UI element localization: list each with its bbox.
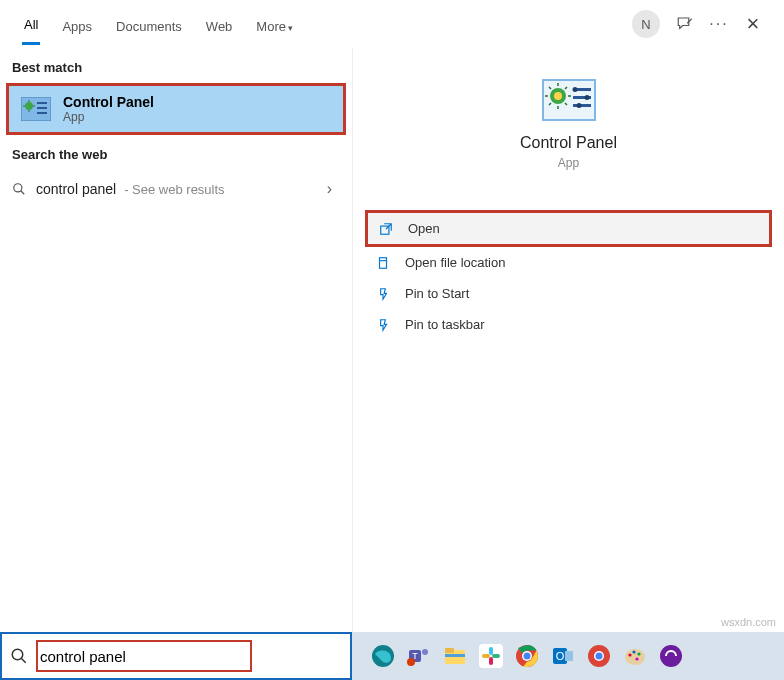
preview-sub: App <box>558 156 579 170</box>
svg-rect-6 <box>543 80 595 120</box>
svg-point-41 <box>628 653 631 656</box>
svg-point-39 <box>596 653 603 660</box>
search-web-label: Search the web <box>0 135 352 170</box>
svg-rect-28 <box>482 654 490 658</box>
svg-point-43 <box>637 652 640 655</box>
preview-panel: Control Panel App Open Open file locatio… <box>352 48 784 632</box>
search-box-icon <box>10 647 28 665</box>
taskbar-paint-icon[interactable] <box>622 643 648 669</box>
pin-taskbar-icon <box>375 318 391 332</box>
search-icon <box>12 182 28 196</box>
best-match-title: Control Panel <box>63 94 154 110</box>
main-area: Best match Control Panel App Search the … <box>0 48 784 632</box>
action-list: Open Open file location Pin to Start Pin… <box>365 210 772 340</box>
svg-point-33 <box>524 653 531 660</box>
taskbar-outlook-icon[interactable]: O <box>550 643 576 669</box>
taskbar-slack-icon[interactable] <box>478 643 504 669</box>
svg-rect-22 <box>407 658 415 666</box>
control-panel-icon-large <box>541 78 597 122</box>
svg-point-1 <box>25 102 33 110</box>
best-match-sub: App <box>63 110 154 124</box>
taskbar-app-icon[interactable] <box>658 643 684 669</box>
web-result-query: control panel <box>36 181 116 197</box>
pin-start-icon <box>375 287 391 301</box>
preview-header: Control Panel App <box>353 68 784 190</box>
tab-more[interactable]: More <box>254 5 295 44</box>
web-result-hint: - See web results <box>124 182 224 197</box>
tab-web[interactable]: Web <box>204 5 235 44</box>
action-open[interactable]: Open <box>365 210 772 247</box>
tab-apps[interactable]: Apps <box>60 5 94 44</box>
svg-point-12 <box>572 87 577 92</box>
search-box[interactable] <box>0 632 352 680</box>
best-match-text: Control Panel App <box>63 94 154 124</box>
more-options-icon[interactable]: ··· <box>710 15 728 33</box>
action-file-location-label: Open file location <box>405 255 505 270</box>
svg-point-8 <box>554 92 562 100</box>
bottom-bar: T O <box>0 632 784 680</box>
svg-text:O: O <box>556 650 565 662</box>
top-bar: All Apps Documents Web More N ··· × <box>0 0 784 48</box>
taskbar-edge-icon[interactable] <box>370 643 396 669</box>
svg-point-44 <box>635 657 638 660</box>
action-pin-taskbar[interactable]: Pin to taskbar <box>365 309 772 340</box>
preview-title: Control Panel <box>520 134 617 152</box>
watermark: wsxdn.com <box>721 616 776 628</box>
svg-rect-36 <box>565 651 573 661</box>
svg-point-42 <box>632 650 635 653</box>
taskbar-teams-icon[interactable]: T <box>406 643 432 669</box>
svg-rect-25 <box>445 654 465 657</box>
svg-point-14 <box>576 103 581 108</box>
action-pin-start[interactable]: Pin to Start <box>365 278 772 309</box>
tab-all[interactable]: All <box>22 3 40 45</box>
taskbar-explorer-icon[interactable] <box>442 643 468 669</box>
chevron-right-icon: › <box>327 180 340 198</box>
control-panel-icon <box>21 97 51 121</box>
svg-point-13 <box>584 95 589 100</box>
action-open-label: Open <box>408 221 440 236</box>
tab-documents[interactable]: Documents <box>114 5 184 44</box>
svg-rect-16 <box>380 257 387 268</box>
action-pin-start-label: Pin to Start <box>405 286 469 301</box>
web-result-item[interactable]: control panel - See web results › <box>0 170 352 208</box>
svg-rect-27 <box>489 647 493 655</box>
top-actions: N ··· × <box>632 10 772 38</box>
svg-rect-4 <box>37 112 47 114</box>
file-location-icon <box>375 256 391 270</box>
svg-rect-29 <box>489 657 493 665</box>
svg-rect-24 <box>445 648 454 653</box>
best-match-label: Best match <box>0 48 352 83</box>
close-button[interactable]: × <box>744 15 762 33</box>
search-input[interactable] <box>36 644 350 669</box>
svg-rect-30 <box>492 654 500 658</box>
taskbar-chrome2-icon[interactable] <box>586 643 612 669</box>
open-icon <box>378 222 394 236</box>
best-match-control-panel[interactable]: Control Panel App <box>6 83 346 135</box>
taskbar: T O <box>352 632 784 680</box>
svg-point-45 <box>660 645 682 667</box>
svg-point-17 <box>12 649 23 660</box>
svg-rect-2 <box>37 102 47 104</box>
svg-point-21 <box>422 649 428 655</box>
feedback-icon[interactable] <box>676 15 694 33</box>
action-file-location[interactable]: Open file location <box>365 247 772 278</box>
search-tabs: All Apps Documents Web More <box>12 3 632 45</box>
svg-rect-3 <box>37 107 47 109</box>
results-panel: Best match Control Panel App Search the … <box>0 48 352 632</box>
action-pin-taskbar-label: Pin to taskbar <box>405 317 485 332</box>
taskbar-chrome-icon[interactable] <box>514 643 540 669</box>
svg-point-5 <box>14 184 22 192</box>
svg-rect-11 <box>573 104 591 107</box>
user-avatar[interactable]: N <box>632 10 660 38</box>
